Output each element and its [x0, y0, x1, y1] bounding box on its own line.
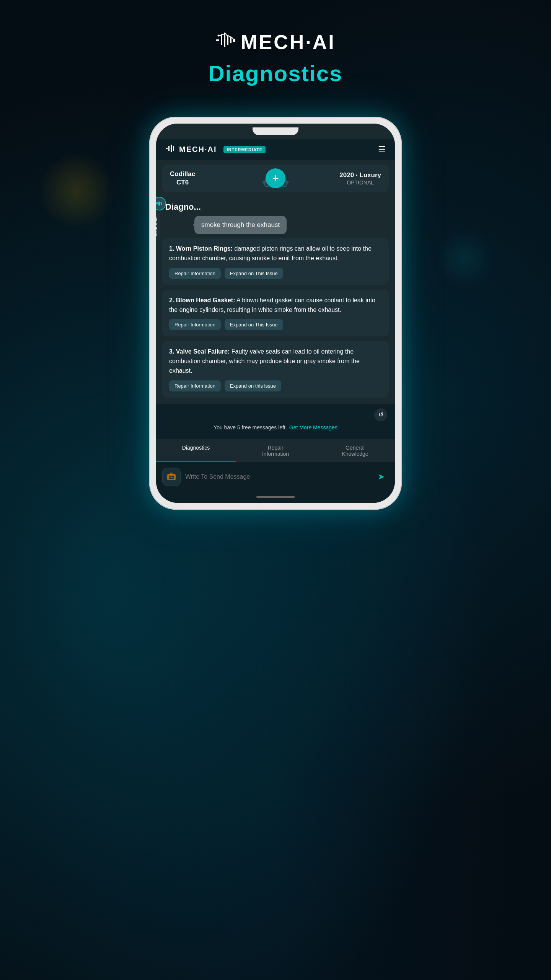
page-title: Diagnostics [209, 60, 343, 86]
svg-rect-26 [158, 202, 160, 205]
app-logo-header: MECH·AI [215, 31, 336, 54]
app-content: Diagno... [156, 197, 395, 503]
phone-bottom-bar [156, 491, 395, 503]
phone-mockup: MECH·AI INTERMEDIATE ☰ Codillac CT6 [149, 117, 402, 510]
query-bubble-text: smoke through the exhaust [201, 221, 280, 228]
get-more-messages-link[interactable]: Get More Messages [289, 424, 337, 430]
diag-cards-area: 1. Worn Piston Rings: damaged piston rin… [156, 238, 395, 398]
svg-rect-19 [173, 146, 174, 151]
bubble-arrow [190, 222, 196, 228]
diag-card-1-title: 1. Worn Piston Rings: [169, 245, 233, 252]
card-1-repair-btn[interactable]: Repair Information [169, 268, 221, 279]
diag-card-2-text: 2. Blown Head Gasket: A blown head gaske… [169, 296, 382, 315]
svg-rect-25 [156, 203, 158, 204]
vehicle-year: 2020 · Luxury [339, 171, 381, 179]
card-3-repair-btn[interactable]: Repair Information [169, 380, 221, 391]
diag-card-1: 1. Worn Piston Rings: damaged piston rin… [162, 238, 389, 285]
query-bubble: smoke through the exhaust [194, 216, 287, 234]
diag-card-1-text: 1. Worn Piston Rings: damaged piston rin… [169, 244, 382, 263]
logo-circuit-icon [215, 32, 235, 52]
svg-rect-16 [166, 148, 168, 149]
query-bubble-container: smoke through the exhaust [171, 216, 389, 234]
diag-card-2-title: 2. Blown Head Gasket: [169, 297, 235, 303]
clear-chat-button[interactable]: Clear Chat [156, 213, 160, 241]
app-logo-text: MECH·AI [179, 145, 217, 154]
diag-card-3-title: 3. Valve Seal Failure: [169, 348, 230, 355]
svg-rect-0 [216, 39, 219, 41]
tab-diagnostics[interactable]: Diagnostics [156, 439, 236, 462]
vehicle-right: 2020 · Luxury OPTIONAL [339, 171, 381, 186]
diagnostics-title: Diagno... [165, 202, 201, 212]
svg-point-34 [171, 476, 172, 478]
bottom-message-area: ↺ You have 5 free messages left. Get Mor… [156, 404, 395, 439]
svg-line-13 [225, 33, 227, 36]
vehicle-make: Codillac [170, 170, 195, 178]
svg-rect-36 [170, 473, 173, 475]
logo-area: MECH·AI Diagnostics [209, 31, 343, 86]
home-indicator [256, 496, 295, 498]
card-2-repair-btn[interactable]: Repair Information [169, 319, 221, 330]
obd-icon [162, 468, 181, 486]
message-input[interactable] [185, 473, 369, 480]
app-header: MECH·AI INTERMEDIATE ☰ [156, 139, 395, 160]
svg-point-35 [173, 476, 174, 478]
phone-inner: MECH·AI INTERMEDIATE ☰ Codillac CT6 [156, 124, 395, 503]
input-area: ➤ [156, 462, 395, 491]
vehicle-model: CT6 [170, 178, 195, 187]
free-messages-text: You have 5 free messages left. [214, 424, 287, 430]
app-title-text: MECH·AI [241, 31, 336, 54]
svg-line-12 [222, 34, 224, 35]
tab-repair-information[interactable]: Repair Information [236, 439, 315, 462]
phone-outer: MECH·AI INTERMEDIATE ☰ Codillac CT6 [149, 117, 402, 510]
svg-point-7 [221, 34, 222, 36]
app-logo-icon [165, 144, 175, 155]
bottom-tabs: Diagnostics Repair Information General K… [156, 439, 395, 462]
diag-card-2-buttons: Repair Information Expand on This Issue [169, 319, 382, 330]
svg-rect-4 [230, 37, 231, 43]
card-2-expand-btn[interactable]: Expand on This Issue [225, 319, 283, 330]
vehicle-left: Codillac CT6 [170, 170, 195, 187]
vehicle-selector[interactable]: Codillac CT6 + 2020 [162, 165, 389, 192]
svg-rect-27 [161, 202, 162, 205]
vehicle-add-button[interactable]: + [266, 168, 285, 188]
diag-card-3-text: 3. Valve Seal Failure: Faulty valve seal… [169, 347, 382, 375]
phone-notch-area [156, 124, 395, 139]
user-avatar [156, 197, 166, 210]
diag-card-2: 2. Blown Head Gasket: A blown head gaske… [162, 290, 389, 337]
refresh-button[interactable]: ↺ [374, 408, 387, 421]
send-icon: ➤ [378, 472, 385, 482]
diagnostics-header: Diagno... [156, 197, 395, 216]
free-messages-row: You have 5 free messages left. Get More … [164, 424, 387, 430]
svg-point-10 [230, 36, 231, 38]
svg-point-9 [227, 35, 228, 36]
svg-rect-18 [171, 145, 172, 152]
svg-rect-1 [221, 36, 222, 45]
svg-line-14 [228, 36, 230, 37]
svg-rect-2 [224, 33, 225, 47]
app-logo: MECH·AI INTERMEDIATE [165, 144, 266, 155]
send-button[interactable]: ➤ [373, 469, 389, 484]
clear-chat-sidebar: Clear Chat [156, 197, 166, 241]
svg-rect-17 [168, 146, 170, 151]
phone-notch [253, 127, 298, 135]
hamburger-icon[interactable]: ☰ [378, 145, 386, 154]
svg-point-8 [224, 33, 225, 34]
diag-card-3: 3. Valve Seal Failure: Faulty valve seal… [162, 341, 389, 397]
diag-card-1-buttons: Repair Information Expand on This Issue [169, 268, 382, 279]
card-3-expand-btn[interactable]: Expand on this issue [225, 380, 281, 391]
diag-card-3-buttons: Repair Information Expand on this issue [169, 380, 382, 391]
svg-rect-3 [227, 36, 228, 45]
app-badge: INTERMEDIATE [223, 146, 266, 153]
vehicle-option: OPTIONAL [339, 179, 381, 186]
refresh-wrapper: ↺ [164, 408, 387, 421]
card-1-expand-btn[interactable]: Expand on This Issue [225, 268, 283, 279]
tab-general-knowledge[interactable]: General Knowledge [315, 439, 395, 462]
svg-line-15 [231, 37, 233, 39]
svg-rect-5 [233, 39, 235, 42]
svg-point-33 [170, 476, 171, 478]
